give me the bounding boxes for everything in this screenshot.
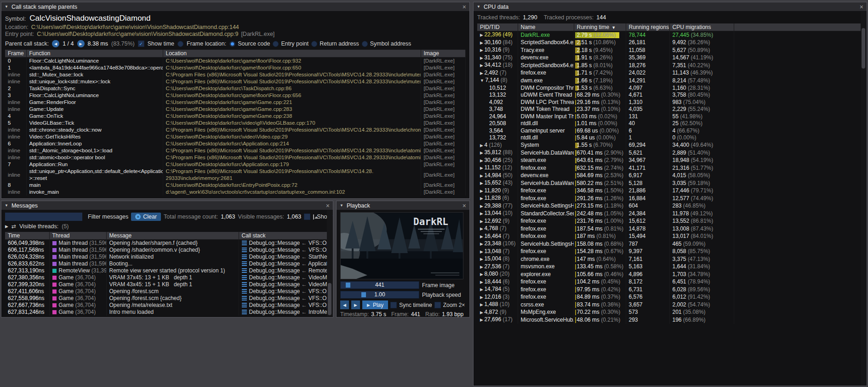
- frame-location-radio-entry-point[interactable]: Entry point: [273, 40, 308, 47]
- expand-arrow-icon[interactable]: ▶: [480, 295, 484, 300]
- cpu-row[interactable]: ▶ 30,456 (25)steam.exe643.61 ms (2.79%)3…: [477, 157, 863, 165]
- cpu-row[interactable]: ▶ 23,348 (106)ServiceHub.SettingsHost158…: [477, 240, 863, 248]
- cpu-row[interactable]: ▶ 12,016 (3)firefox.exe84.89 ms (0.37%)6…: [477, 294, 863, 301]
- expand-arrow-icon[interactable]: ▶: [480, 196, 484, 201]
- message-row[interactable]: 626,833,622nsMain thread (31,596)Booting…: [5, 260, 329, 267]
- callstack-row[interactable]: inlinestd::atomic<bool>::operator boolC:…: [5, 154, 466, 161]
- callstack-row[interactable]: inlineinvoke_maind:\agent\_work\63\s\src…: [5, 189, 466, 196]
- callstack-cell[interactable]: DebugLog::Message ← RemoteVie: [239, 267, 329, 274]
- expand-arrow-icon[interactable]: ▶: [480, 63, 484, 68]
- expand-arrow-icon[interactable]: ▶: [480, 33, 484, 37]
- cpu-row[interactable]: ▶ 14,984 (50)devenv.exe584.69 ms (2.53%)…: [477, 172, 863, 180]
- callstack-row[interactable]: inlinestd::_Mutex_base::lockC:\Program F…: [5, 71, 466, 78]
- cpu-row[interactable]: ▶ 31,340 (75)devenv.exe1.91 s (8.26%)35,…: [477, 54, 863, 62]
- show-time-checkbox[interactable]: [138, 40, 144, 47]
- callstack-row[interactable]: 0Floor::CalcLightNoLuminanceC:\Users\wol…: [5, 58, 466, 65]
- cpu-row[interactable]: ▶ 13,048 (7)firefox.exe154.28 ms (0.67%)…: [477, 248, 863, 256]
- expand-arrow-icon[interactable]: ▶: [480, 234, 484, 239]
- callstack-row[interactable]: 8mainC:\Users\wolf\Desktop\darkrl\src\En…: [5, 182, 466, 189]
- collapse-arrow-icon[interactable]: ▼: [340, 203, 343, 208]
- column-header[interactable]: Time: [5, 232, 49, 240]
- column-header[interactable]: Location: [163, 50, 421, 58]
- expand-arrow-icon[interactable]: ▶: [480, 204, 484, 208]
- column-header[interactable]: Call stack: [239, 232, 329, 240]
- column-header[interactable]: Image: [421, 50, 466, 58]
- message-row[interactable]: 627,313,190nsRemoteView (31,392)Remote v…: [5, 267, 329, 274]
- cpu-row[interactable]: ▶ 13,044 (10)StandardCollector.Servic242…: [477, 210, 863, 218]
- close-icon[interactable]: ×: [860, 4, 863, 10]
- expand-arrow-icon[interactable]: ▶: [480, 310, 484, 315]
- collapse-arrow-icon[interactable]: ▼: [5, 5, 8, 9]
- cpu-row[interactable]: ▶ 27,536 (7)msvsmon.exe133.45 ms (0.58%)…: [477, 263, 863, 271]
- cpu-row[interactable]: ▶ 22,396 (49)DarkRL.exe2.79 s (12.06%)78…: [477, 31, 863, 39]
- column-header[interactable]: Running time ▼: [574, 23, 626, 31]
- expand-arrow-icon[interactable]: ▶: [480, 257, 484, 261]
- expand-arrow-icon[interactable]: ▶: [480, 318, 484, 322]
- collapse-arrow-icon[interactable]: ▼: [477, 5, 480, 9]
- expand-arrow-icon[interactable]: ▶: [480, 40, 484, 45]
- callstack-cell[interactable]: DebugLog::Message ← VFS::Open: [239, 240, 329, 247]
- message-row[interactable]: 627,831,246nsGame (36,704)Intro menu loa…: [5, 309, 329, 316]
- column-header[interactable]: PID/TID: [477, 23, 518, 31]
- callstack-row[interactable]: inlinestd::unique_lock<std::mutex>::lock…: [5, 78, 466, 85]
- cpu-row[interactable]: ▶ 11,828 (6)firefox.exe291.26 ms (1.26%)…: [477, 195, 863, 202]
- cpu-row[interactable]: ▶ 10,316 (9)Tracy.exe2.18 s (9.45%)11,05…: [477, 46, 863, 54]
- callstack-row[interactable]: 1<lambda_84a19dc444fae966ca174e83e708bdc…: [5, 64, 466, 71]
- cpu-row[interactable]: ▶ 15,004 (8)chrome.exe147 ms (0.64%)7,16…: [477, 255, 863, 263]
- close-icon[interactable]: ×: [326, 202, 330, 209]
- prev-parent-button[interactable]: ◀: [52, 40, 59, 47]
- cpu-row[interactable]: ▶ 27,696 (17)Microsoft.ServiceHub.Co48.0…: [477, 316, 863, 324]
- cpu-row[interactable]: ▶ 18,444 (6)firefox.exe104.2 ms (0.45%)8…: [477, 278, 863, 286]
- cpu-row[interactable]: ▶ 35,812 (88)ServiceHub.DataWarehou670.4…: [477, 149, 863, 157]
- cpu-titlebar[interactable]: ▼ CPU data ×: [474, 2, 867, 11]
- frame-location-radio-return-address[interactable]: Return address: [311, 40, 359, 47]
- callstack-cell[interactable]: DebugLog::Message ← VFS::Open: [239, 302, 329, 309]
- callstack-cell[interactable]: DebugLog::Message ← StartNetwo: [239, 254, 329, 260]
- cpu-row[interactable]: ▶ 34,412 (18)ScriptedSandbox64.exe1.85 s…: [477, 62, 863, 69]
- expand-arrow-icon[interactable]: ▶: [480, 211, 484, 216]
- expand-arrow-icon[interactable]: ▶: [480, 219, 484, 224]
- cpu-row[interactable]: ▶ 14,784 (5)firefox.exe97.95 ms (0.42%)6…: [477, 286, 863, 294]
- expand-arrow-icon[interactable]: ▶: [480, 158, 484, 163]
- message-row[interactable]: 606,117,568nsMain thread (31,596)Opening…: [5, 247, 329, 254]
- cpu-row[interactable]: 13,132uDWM Event Thread68.29 ms (0.30%)4…: [477, 92, 863, 99]
- expand-arrow-icon[interactable]: ▶: [480, 280, 484, 284]
- cpu-row[interactable]: 4,092DWM LPC Port Thread29.16 ms (0.13%)…: [477, 99, 863, 106]
- message-row[interactable]: 627,380,356nsGame (36,704)VRAM 37x45: 13…: [5, 274, 329, 281]
- cpu-row[interactable]: 24,964DWM Master Input Thread5.03 ms (0.…: [477, 113, 863, 121]
- cpu-row[interactable]: ▶ 29,388 (77)ServiceHub.SettingsHost273.…: [477, 202, 863, 210]
- cpu-row[interactable]: ▶ 11,152 (12)firefox.exe632.15 ms (2.74%…: [477, 164, 863, 172]
- callstack-cell[interactable]: DebugLog::Message ← VFS::Open: [239, 295, 329, 302]
- message-row[interactable]: 606,049,398nsMain thread (31,596)Opening…: [5, 240, 329, 247]
- callstack-titlebar[interactable]: ▼ Call stack sample parents ×: [1, 2, 469, 11]
- message-row[interactable]: 626,024,328nsMain thread (31,596)Network…: [5, 254, 329, 260]
- expand-arrow-icon[interactable]: ▼: [480, 78, 485, 83]
- expand-arrow-icon[interactable]: ▶: [480, 302, 484, 307]
- expand-arrow-icon[interactable]: ▶: [480, 265, 484, 269]
- expand-arrow-icon[interactable]: ▶: [480, 143, 484, 148]
- column-header[interactable]: Running regions: [626, 23, 669, 31]
- callstack-cell[interactable]: DebugLog::Message ← VideoMemo: [239, 281, 329, 288]
- scrollbar-thumb[interactable]: [862, 28, 865, 69]
- expand-arrow-icon[interactable]: ▶: [480, 48, 484, 52]
- messages-scrollbar[interactable]: [327, 210, 332, 317]
- message-row[interactable]: 627,411,606nsGame (36,704)Opening /fores…: [5, 288, 329, 295]
- cpu-row[interactable]: ▶ 1,488 (10)csrss.exe83.74 ms (0.36%)3,6…: [477, 301, 863, 309]
- callstack-cell[interactable]: DebugLog::Message ← Application:: [239, 260, 329, 267]
- column-header[interactable]: Name: [518, 23, 574, 31]
- speed-slider[interactable]: 1.00: [340, 291, 419, 299]
- cpu-scrollbar[interactable]: [861, 12, 866, 385]
- next-parent-button[interactable]: ▶: [77, 40, 85, 47]
- column-header[interactable]: CPU migrations: [669, 23, 734, 31]
- column-header[interactable]: Thread: [49, 232, 106, 240]
- callstack-row[interactable]: inlineGame::RenderFloorC:\Users\wolf\Des…: [5, 99, 466, 106]
- clear-button[interactable]: ✕ Clear: [131, 213, 161, 221]
- expand-arrow-icon[interactable]: ▶: [5, 224, 8, 229]
- callstack-cell[interactable]: DebugLog::Message ← IntroMenu::: [239, 309, 329, 316]
- cpu-row[interactable]: ▶ 4 (126)System1.55 s (6.70%)69,29434,40…: [477, 142, 863, 150]
- cpu-row[interactable]: 20,508ntdll.dll1.01 ms (0.00%)4025 (62.5…: [477, 120, 863, 127]
- callstack-row[interactable]: 7Application::RunC:\Users\wolf\Desktop\d…: [5, 161, 466, 168]
- frame-slider[interactable]: 441: [340, 281, 419, 289]
- message-row[interactable]: 627,399,320nsGame (36,704)VRAM 43x45: 15…: [5, 281, 329, 288]
- cpu-row[interactable]: ▶ 15,652 (43)ServiceHub.DataWarehou580.2…: [477, 179, 863, 187]
